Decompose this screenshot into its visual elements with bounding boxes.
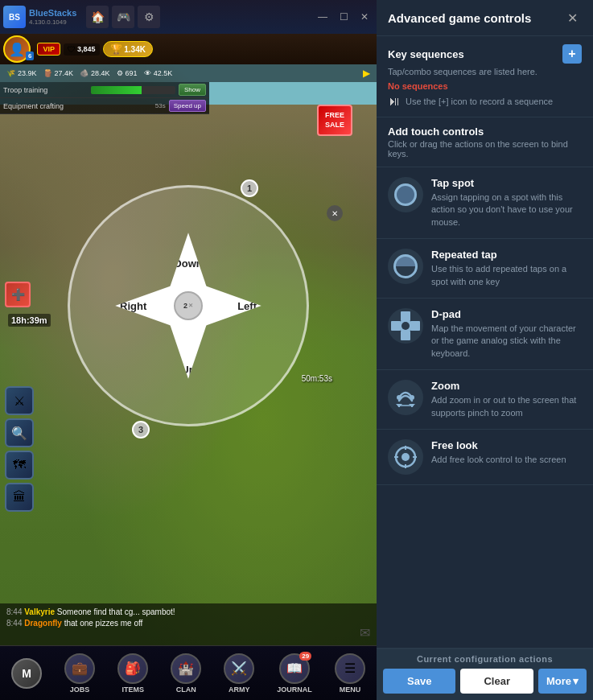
nav-journal-icon[interactable]: 📖 29 bbox=[279, 653, 310, 684]
nav-m-icon[interactable]: M bbox=[11, 658, 42, 689]
free-look-info: Free look Add free look control to the s… bbox=[431, 439, 582, 466]
food-icon: 🌾 bbox=[6, 69, 15, 77]
game-icon[interactable]: 🎮 bbox=[112, 6, 134, 28]
svg-rect-1 bbox=[401, 331, 410, 340]
minimize-button[interactable]: — bbox=[314, 8, 332, 26]
dpad-icon-area bbox=[388, 308, 423, 344]
panel-header: Advanced game controls ✕ bbox=[377, 0, 593, 36]
dpad-close-x[interactable]: ✕ bbox=[188, 303, 193, 309]
nav-item-journal[interactable]: 📖 29 JOURNAL bbox=[277, 653, 312, 694]
panel-close-button[interactable]: ✕ bbox=[562, 8, 582, 27]
food-resource: 🌾 23.9K bbox=[6, 69, 37, 77]
chat-name-1: Valkyrie bbox=[24, 607, 55, 616]
save-button[interactable]: Save bbox=[383, 669, 455, 694]
controls-list: Tap spot Assign tapping on a spot with t… bbox=[377, 167, 593, 648]
app-name: BlueStacks bbox=[29, 8, 76, 18]
dpad-info: D-pad Map the movement of your character… bbox=[431, 308, 582, 360]
free-sale-banner[interactable]: FREESALE bbox=[317, 105, 352, 136]
repeated-tap-icon bbox=[393, 254, 418, 278]
task-equip-label: Equipment crafting bbox=[3, 102, 152, 110]
settings-icon[interactable]: ⚙ bbox=[138, 6, 160, 28]
dpad-name: D-pad bbox=[431, 308, 582, 320]
action-btn-3[interactable]: 🗺 bbox=[5, 451, 34, 480]
nav-clan-label: CLAN bbox=[176, 686, 196, 694]
control-dpad[interactable]: D-pad Map the movement of your character… bbox=[377, 299, 593, 370]
repeated-tap-desc: Use this to add repeated taps on a spot … bbox=[431, 263, 582, 288]
resources-arrow[interactable]: ▶ bbox=[363, 68, 370, 79]
control-zoom[interactable]: Zoom Add zoom in or out to the screen th… bbox=[377, 370, 593, 430]
chat-text-1: Someone find that cg... spambot! bbox=[57, 607, 175, 616]
dpad-close-button[interactable]: ✕ bbox=[327, 205, 343, 221]
right-panel: Advanced game controls ✕ Key sequences +… bbox=[377, 0, 593, 700]
app-name-version: BlueStacks 4.130.0.1049 bbox=[29, 8, 76, 25]
more-button[interactable]: More ▾ bbox=[538, 669, 587, 694]
tap-spot-info: Tap spot Assign tapping on a spot with t… bbox=[431, 177, 582, 229]
zoom-icon-area bbox=[388, 380, 423, 415]
svg-point-14 bbox=[402, 453, 410, 461]
dpad-left-button[interactable]: Left bbox=[196, 280, 265, 332]
action-btn-1[interactable]: ⚔ bbox=[5, 386, 34, 415]
maximize-button[interactable]: ☐ bbox=[335, 8, 352, 26]
nav-item-jobs[interactable]: 💼 JOBS bbox=[64, 653, 95, 694]
nav-item-army[interactable]: ⚔️ ARMY bbox=[224, 653, 254, 694]
control-repeated-tap[interactable]: Repeated tap Use this to add repeated ta… bbox=[377, 239, 593, 299]
dpad-badge-3: 3 bbox=[132, 421, 150, 439]
action-btn-2[interactable]: 🔍 bbox=[5, 418, 34, 447]
nav-item-clan[interactable]: 🏰 CLAN bbox=[171, 653, 201, 694]
dpad-badge-1: 1 bbox=[241, 179, 258, 197]
nav-jobs-label: JOBS bbox=[70, 686, 90, 694]
task-troop-show-button[interactable]: Show bbox=[179, 84, 206, 96]
key-sequences-section: Key sequences + Tap/combo sequences are … bbox=[377, 36, 593, 117]
free-look-icon-area bbox=[388, 439, 423, 475]
clear-button[interactable]: Clear bbox=[460, 669, 533, 694]
chat-time-1: 8:44 bbox=[6, 607, 24, 616]
control-free-look[interactable]: Free look Add free look control to the s… bbox=[377, 430, 593, 485]
shield-icon: 🛡 bbox=[68, 45, 76, 54]
dpad-container[interactable]: Down Up Right Left 2 ✕ bbox=[112, 229, 265, 382]
add-sequence-button[interactable]: + bbox=[562, 44, 582, 64]
task-equip-speed-button[interactable]: Speed up bbox=[169, 100, 206, 112]
nav-menu-icon[interactable]: ☰ bbox=[335, 653, 365, 684]
nav-item-m[interactable]: M bbox=[11, 658, 42, 689]
tap-spot-icon-area bbox=[388, 177, 423, 212]
task-equip-timer: 53s bbox=[155, 102, 166, 109]
resources-row: 🌾 23.9K 🪵 27.4K 🪨 28.4K ⚙ 691 👁 42.5K ▶ bbox=[0, 64, 377, 82]
wood-resource: 🪵 27.4K bbox=[43, 69, 74, 77]
nav-clan-icon[interactable]: 🏰 bbox=[171, 653, 201, 684]
gem-value: 42.5K bbox=[154, 69, 173, 77]
zoom-icon bbox=[391, 383, 420, 412]
control-tap-spot[interactable]: Tap spot Assign tapping on a spot with t… bbox=[377, 167, 593, 239]
dpad-icon bbox=[391, 311, 420, 340]
stone-value: 28.4K bbox=[91, 69, 110, 77]
dpad-center[interactable]: 2 ✕ bbox=[174, 291, 203, 320]
dpad-right-button[interactable]: Right bbox=[112, 280, 180, 332]
nav-army-icon[interactable]: ⚔️ bbox=[224, 653, 254, 684]
chat-line-1: 8:44 Valkyrie Someone find that cg... sp… bbox=[6, 607, 370, 618]
nav-item-menu[interactable]: ☰ MENU bbox=[335, 653, 365, 694]
nav-item-items[interactable]: 🎒 ITEMS bbox=[117, 653, 148, 694]
wood-value: 27.4K bbox=[55, 69, 74, 77]
home-icon[interactable]: 🏠 bbox=[86, 6, 109, 28]
task-bars: Troop training Show Equipment crafting 5… bbox=[0, 82, 209, 114]
gem-icon: 👁 bbox=[144, 69, 151, 77]
wood-icon: 🪵 bbox=[43, 69, 52, 77]
free-look-name: Free look bbox=[431, 439, 582, 451]
nav-items-label: ITEMS bbox=[121, 686, 144, 694]
side-actions: ⚔ 🔍 🗺 🏛 bbox=[5, 386, 34, 512]
close-window-button[interactable]: ✕ bbox=[356, 8, 373, 26]
svg-point-7 bbox=[410, 395, 414, 400]
vip-badge[interactable]: VIP bbox=[37, 43, 60, 56]
nav-items-icon[interactable]: 🎒 bbox=[117, 653, 148, 684]
gem-resource: 👁 42.5K bbox=[144, 69, 173, 77]
dpad-overlay[interactable]: 1 Down Up Right Left 2 ✕ 3 bbox=[68, 185, 309, 426]
sequence-record-icon: ⏯ bbox=[388, 94, 401, 109]
player-level: 6 bbox=[26, 51, 34, 60]
nav-jobs-icon[interactable]: 💼 bbox=[64, 653, 95, 684]
task-troop-progress-inner bbox=[91, 86, 142, 94]
stone-icon: 🪨 bbox=[80, 69, 89, 77]
chat-area: 8:44 Valkyrie Someone find that cg... sp… bbox=[0, 603, 377, 645]
action-btn-4[interactable]: 🏛 bbox=[5, 483, 34, 512]
tap-spot-icon bbox=[394, 183, 417, 206]
health-icon[interactable]: ➕ bbox=[5, 282, 31, 307]
bottom-config-label: Current configuration actions bbox=[377, 649, 593, 669]
